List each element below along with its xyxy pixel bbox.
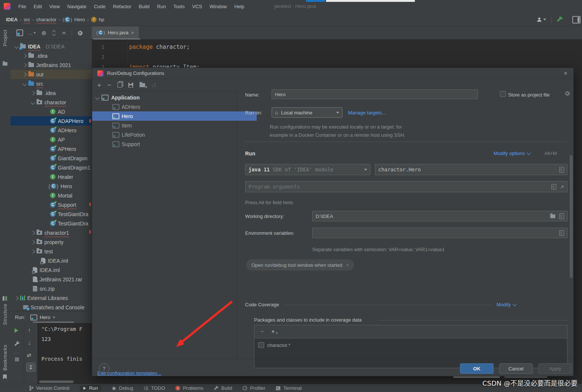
tree-item[interactable]: IDEAD:\IDEA: [10, 42, 92, 51]
menu-build[interactable]: Build: [135, 2, 153, 11]
menu-help[interactable]: Help: [231, 2, 248, 11]
tree-item[interactable]: charactor1: [10, 228, 92, 237]
tree-item[interactable]: IDEA.iml: [10, 265, 92, 275]
tree-item[interactable]: Scratches and Console: [10, 303, 92, 311]
list-values-icon[interactable]: [559, 214, 564, 219]
breadcrumb-hp[interactable]: hp: [99, 17, 104, 22]
tree-item[interactable]: Hero: [10, 181, 92, 191]
soft-wrap-icon[interactable]: ⇄: [27, 352, 31, 358]
expand-all-icon[interactable]: [51, 30, 56, 36]
run-on-dropdown[interactable]: ⌂ Local machine: [272, 107, 342, 118]
modify-options-dropdown[interactable]: Modify options: [494, 151, 530, 156]
name-input[interactable]: [272, 89, 478, 99]
menu-run[interactable]: Run: [154, 2, 169, 11]
close-tab-icon[interactable]: [131, 30, 134, 35]
statusbar-todo[interactable]: TODO: [144, 385, 165, 391]
tree-item[interactable]: TestGiantDra: [10, 219, 92, 228]
build-project-button[interactable]: [557, 16, 563, 22]
rerun-icon[interactable]: [15, 328, 18, 333]
tree-item[interactable]: out: [10, 70, 92, 79]
tree-item[interactable]: APHero: [10, 144, 92, 154]
bookmarks-stripe-icon[interactable]: [3, 374, 7, 379]
scroll-to-end-icon[interactable]: ↧: [26, 363, 35, 372]
apply-button[interactable]: Apply: [538, 363, 572, 374]
menu-tools[interactable]: Tools: [170, 2, 188, 11]
chevron-right-icon[interactable]: [22, 72, 26, 76]
error-stripe-mark[interactable]: [89, 119, 91, 123]
chevron-down-icon[interactable]: [22, 82, 26, 86]
stripe-tab-structure[interactable]: Structure: [2, 304, 8, 325]
new-folder-icon[interactable]: [140, 83, 145, 87]
tree-item[interactable]: GiantDragon1: [10, 163, 92, 172]
horizontal-scrollbar[interactable]: [39, 380, 73, 383]
close-dialog-icon[interactable]: [564, 70, 567, 76]
config-group-application[interactable]: Application: [92, 93, 240, 102]
tree-item[interactable]: property: [10, 237, 92, 247]
chevron-right-icon[interactable]: [31, 249, 35, 253]
jre-dropdown[interactable]: java 11 SDK of 'IDEA' module: [245, 164, 370, 175]
code-line[interactable]: 2: [92, 52, 582, 62]
tree-item[interactable]: test: [10, 247, 92, 256]
tool-window-layout-icon[interactable]: [572, 16, 581, 23]
list-values-icon[interactable]: [551, 184, 556, 190]
tree-item[interactable]: AP: [10, 135, 92, 144]
run-console[interactable]: "C:\Program F 123 Process finis: [37, 323, 92, 384]
statusbar-problems[interactable]: Problems: [175, 385, 203, 391]
add-configuration-icon[interactable]: +: [97, 82, 101, 88]
stripe-tab-bookmarks[interactable]: Bookmarks: [2, 345, 8, 371]
tree-item[interactable]: ADHero: [10, 126, 92, 135]
structure-stripe-icon[interactable]: [3, 296, 7, 301]
menu-refactor[interactable]: Refactor: [110, 2, 135, 11]
tree-item[interactable]: IDEA.iml: [10, 256, 92, 265]
statusbar-version-control[interactable]: Version Control: [29, 385, 69, 391]
dialog-scrollbar[interactable]: [570, 155, 573, 278]
tree-item[interactable]: JetBrains 2021.rar: [10, 275, 92, 284]
environment-variables-field[interactable]: [312, 228, 567, 238]
code-line[interactable]: 1 package charactor;: [92, 42, 582, 52]
collapse-all-icon[interactable]: [62, 30, 66, 36]
statusbar-terminal[interactable]: Terminal: [276, 385, 301, 391]
list-values-icon[interactable]: [559, 167, 564, 173]
coverage-row[interactable]: charactor.*: [254, 340, 567, 350]
breadcrumb-charactor[interactable]: charactor: [36, 17, 56, 22]
down-stack-icon[interactable]: ↓: [28, 339, 31, 346]
view-options-dropdown[interactable]: ...: [28, 30, 36, 36]
editor-tab-hero[interactable]: Hero.java: [92, 26, 139, 39]
ok-button[interactable]: OK: [460, 363, 494, 374]
chevron-right-icon[interactable]: [22, 54, 26, 58]
add-pattern-icon[interactable]: +: [271, 328, 278, 335]
chevron-right-icon[interactable]: [31, 91, 35, 95]
statusbar-profiler[interactable]: Profiler: [242, 385, 265, 391]
tree-item[interactable]: Mortal: [10, 191, 92, 200]
config-item-item[interactable]: Item: [92, 121, 257, 130]
config-item-support[interactable]: Support: [92, 139, 257, 149]
error-stripe-mark[interactable]: [89, 230, 91, 234]
tree-item[interactable]: Support: [10, 200, 92, 209]
list-values-icon[interactable]: [559, 230, 564, 236]
chevron-right-icon[interactable]: [31, 240, 35, 244]
project-stripe-icon[interactable]: [3, 62, 7, 66]
breadcrumb-src[interactable]: src: [24, 17, 30, 22]
locate-file-icon[interactable]: [16, 29, 23, 36]
up-stack-icon[interactable]: ↑: [28, 327, 31, 333]
gear-icon[interactable]: [564, 91, 570, 96]
breadcrumb-hero[interactable]: Hero: [74, 17, 85, 22]
menu-code[interactable]: Code: [91, 2, 109, 11]
menu-navigate[interactable]: Navigate: [64, 2, 90, 11]
statusbar-debug[interactable]: Debug: [112, 385, 133, 391]
menu-window[interactable]: Window: [206, 2, 230, 11]
before-launch-pill[interactable]: Open run/debug tool window when started: [246, 259, 354, 271]
chevron-down-icon[interactable]: [31, 100, 35, 104]
tree-item[interactable]: External Libraries: [10, 293, 92, 303]
config-item-lifepotion[interactable]: LifePotion: [92, 130, 257, 139]
tree-item[interactable]: GiantDragon: [10, 154, 92, 163]
breadcrumb-project[interactable]: IDEA: [6, 17, 18, 22]
settings-target-icon[interactable]: ⊕: [41, 29, 46, 37]
store-as-project-file-checkbox[interactable]: [500, 91, 506, 97]
coverage-checkbox[interactable]: [258, 342, 264, 348]
expand-field-icon[interactable]: ↗: [560, 184, 564, 190]
cancel-button[interactable]: Cancel: [499, 363, 533, 374]
gear-icon[interactable]: [77, 30, 83, 36]
wrench-icon[interactable]: [14, 341, 20, 347]
menu-edit[interactable]: Edit: [30, 2, 45, 11]
